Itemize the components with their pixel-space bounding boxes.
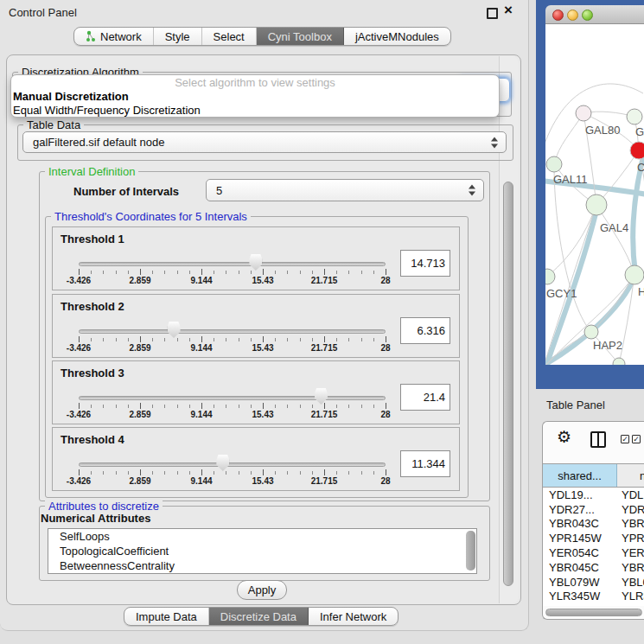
table-data-value: galFiltered.sif default node (33, 136, 164, 149)
numerical-attributes-heading: Numerical Attributes (41, 512, 150, 525)
network-node[interactable] (586, 194, 607, 215)
network-node[interactable] (627, 109, 642, 124)
tab-select[interactable]: Select (202, 28, 257, 45)
number-of-intervals-label: Number of Intervals (73, 185, 179, 198)
dropdown-item-manual[interactable]: Manual Discretization (11, 90, 499, 104)
network-node[interactable] (584, 325, 598, 339)
threshold-label: Threshold 1 (61, 233, 124, 245)
tab-discretize-data[interactable]: Discretize Data (209, 608, 309, 625)
list-scrollbar-thumb[interactable] (466, 531, 475, 571)
node-label: H (638, 285, 644, 298)
split-columns-icon[interactable] (590, 431, 606, 448)
slider-tick-labels: -3.4262.8599.14415.4321.71528 (53, 276, 459, 286)
node-label: GAL4 (600, 221, 628, 234)
dropdown-item-equal-width[interactable]: Equal Width/Frequency Discretization (11, 104, 499, 118)
tab-impute-data[interactable]: Impute Data (124, 608, 209, 625)
tab-label: Network (100, 30, 142, 43)
slider-track[interactable] (79, 396, 386, 400)
network-view-canvas[interactable]: GAL80 GA C GAL11 GAL4 GCY1 H HAP2 (545, 24, 644, 365)
slider-ticks (53, 269, 459, 276)
table-body: YDL19...YDL1YDR27...YDR2YBR043CYBR0YPR14… (543, 488, 644, 606)
threshold-label: Threshold 3 (61, 367, 124, 379)
minimize-traffic-light-icon[interactable] (567, 10, 578, 21)
table-data-combobox[interactable]: galFiltered.sif default node (22, 131, 507, 153)
table-hscrollbar-thumb[interactable] (545, 609, 642, 616)
spinner-arrows-icon (491, 137, 498, 148)
network-node[interactable] (546, 156, 562, 172)
node-label: C (637, 161, 644, 174)
network-node-selected[interactable] (630, 142, 644, 159)
list-item[interactable]: SelfLoops (48, 529, 476, 544)
node-label: GAL11 (553, 173, 588, 186)
network-node[interactable] (625, 265, 644, 284)
threshold-value-field[interactable]: 21.4 (400, 384, 450, 411)
bottom-tab-bar: Impute Data Discretize Data Infer Networ… (124, 607, 399, 626)
column-header-shared-name[interactable]: shared... (543, 464, 617, 487)
network-window-titlebar[interactable] (545, 5, 644, 24)
number-of-intervals-value: 5 (216, 184, 222, 197)
checked-checkbox-icon[interactable]: ✓ (621, 435, 629, 443)
threshold-1-box: Threshold 1 -3.4262.8599.14415.4321.7152… (52, 226, 460, 290)
table-row[interactable]: YBR043CYBR0 (543, 517, 644, 532)
close-traffic-light-icon[interactable] (552, 10, 564, 21)
gear-icon[interactable]: ⚙ (557, 429, 571, 446)
column-header-name[interactable]: na (617, 464, 644, 487)
spinner-arrows-icon (469, 185, 475, 196)
slider-tick-labels: -3.4262.8599.14415.4321.71528 (53, 476, 459, 487)
slider-ticks (53, 469, 459, 476)
network-icon (86, 30, 96, 42)
panel-scrollbar-thumb[interactable] (503, 182, 513, 586)
algorithm-dropdown-popup: Select algorithm to view settings Manual… (10, 74, 500, 118)
panel-title: Control Panel (9, 6, 77, 19)
list-item[interactable]: TopologicalCoefficient (48, 544, 476, 558)
group-title-interval: Interval Definition (45, 165, 138, 178)
control-panel-window: Control Panel × Network Style Select (0, 0, 529, 631)
threshold-2-box: Threshold 2 -3.4262.8599.14415.4321.7152… (52, 294, 460, 358)
zoom-traffic-light-icon[interactable] (582, 10, 593, 21)
slider-track[interactable] (79, 262, 386, 266)
slider-track[interactable] (79, 462, 386, 467)
threshold-label: Threshold 2 (61, 300, 124, 313)
numerical-attributes-list[interactable]: SelfLoopsTopologicalCoefficientBetweenne… (48, 528, 477, 574)
close-icon[interactable]: × (504, 2, 513, 19)
threshold-label: Threshold 4 (61, 433, 124, 446)
tab-jactivemnodules[interactable]: jActiveMNodules (344, 28, 450, 45)
group-title-thresholds: Threshold's Coordinates for 5 Intervals (51, 210, 251, 223)
float-window-icon[interactable] (487, 8, 498, 19)
table-row[interactable]: YIL052CYIL0 (543, 603, 644, 606)
dropdown-hint: Select algorithm to view settings (11, 75, 499, 90)
slider-tick-labels: -3.4262.8599.14415.4321.71528 (53, 410, 459, 420)
node-label: GA (635, 125, 644, 138)
threshold-value-field[interactable]: 14.713 (400, 250, 450, 277)
number-of-intervals-combobox[interactable]: 5 (206, 179, 484, 201)
tab-infer-network[interactable]: Infer Network (309, 608, 398, 625)
table-row[interactable]: YLR345WYLR3 (543, 590, 644, 604)
table-header-row: shared... na (543, 463, 644, 488)
tab-cyni-toolbox[interactable]: Cyni Toolbox (257, 28, 344, 45)
table-row[interactable]: YPR145WYPR1 (543, 531, 644, 545)
table-row[interactable]: YER054CYER0 (543, 545, 644, 560)
table-panel-window: ⚙ ✓ ✓ shared... na YDL19...YDL1YDR27...Y… (542, 421, 644, 620)
slider-tick-labels: -3.4262.8599.14415.4321.71528 (53, 343, 459, 354)
node-label: GAL80 (585, 124, 620, 137)
table-row[interactable]: YDR27...YDR2 (543, 502, 644, 517)
group-title-table-data: Table Data (23, 118, 84, 131)
node-label: HAP2 (593, 339, 622, 352)
threshold-value-field[interactable]: 11.344 (400, 450, 450, 477)
list-item[interactable]: BetweennessCentrality (48, 558, 476, 573)
table-panel-title: Table Panel (546, 399, 605, 411)
tab-style[interactable]: Style (154, 28, 202, 45)
threshold-3-box: Threshold 3 -3.4262.8599.14415.4321.7152… (52, 360, 460, 424)
threshold-4-box: Threshold 4 -3.4262.8599.14415.4321.7152… (52, 427, 460, 491)
apply-button[interactable]: Apply (237, 580, 287, 600)
node-label: GCY1 (546, 287, 577, 300)
threshold-value-field[interactable]: 6.316 (400, 317, 450, 344)
table-row[interactable]: YBR045CYBR0 (543, 560, 644, 575)
slider-ticks (53, 403, 459, 410)
checked-checkbox-icon[interactable]: ✓ (632, 435, 641, 443)
table-row[interactable]: YBL079WYBL0 (543, 575, 644, 590)
tab-network[interactable]: Network (74, 28, 154, 45)
network-node[interactable] (576, 105, 591, 121)
table-row[interactable]: YDL19...YDL1 (543, 488, 644, 502)
slider-track[interactable] (79, 329, 386, 334)
